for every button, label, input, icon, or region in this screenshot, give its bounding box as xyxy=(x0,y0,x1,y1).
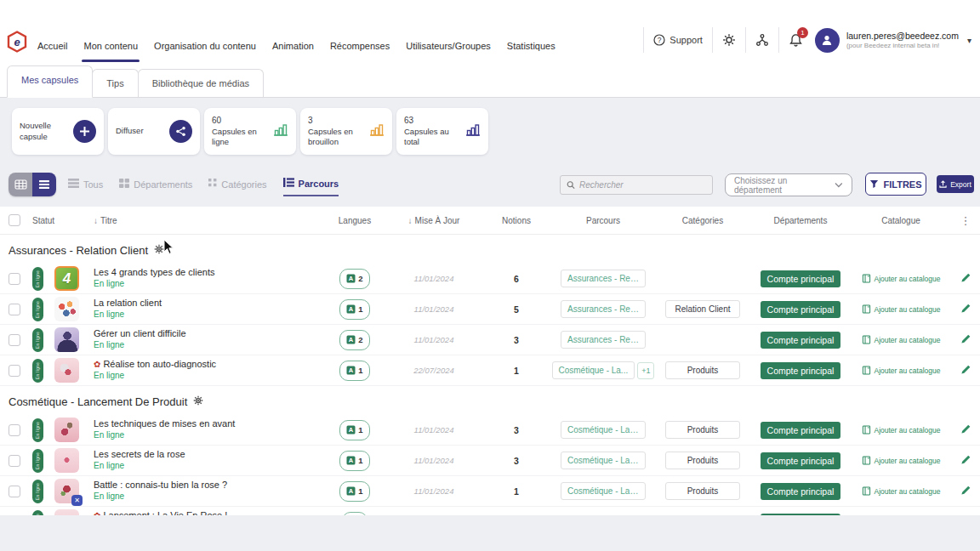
support-button[interactable]: ? Support xyxy=(653,34,703,46)
stat-card-2[interactable]: 63Capsules au total xyxy=(396,108,488,155)
nav-item-1[interactable]: Mon contenu xyxy=(83,41,138,53)
category-chip[interactable]: Produits xyxy=(665,361,740,379)
header-checkbox[interactable] xyxy=(9,214,20,226)
search-box[interactable] xyxy=(560,175,713,195)
department-badge[interactable]: Compte principal xyxy=(761,483,841,500)
capsule-title[interactable]: Les 4 grands types de clients xyxy=(94,267,323,279)
languages-badge[interactable]: A1 xyxy=(339,481,369,502)
list-view-icon[interactable] xyxy=(32,173,56,196)
view-filter-tous[interactable]: Tous xyxy=(68,178,103,196)
capsule-thumbnail[interactable] xyxy=(54,358,79,383)
group-settings-button[interactable] xyxy=(193,394,203,409)
parcours-chip[interactable]: Cosmétique - Lance... xyxy=(561,482,646,500)
edit-button[interactable] xyxy=(960,302,971,316)
row-checkbox[interactable] xyxy=(9,304,20,315)
col-langues[interactable]: Langues xyxy=(323,216,386,225)
nav-item-4[interactable]: Récompenses xyxy=(330,41,390,53)
parcours-chip[interactable]: Assurances - Relatio... xyxy=(561,270,646,287)
row-checkbox[interactable] xyxy=(9,486,20,497)
department-badge[interactable]: Compte principal xyxy=(761,362,841,379)
stat-card-0[interactable]: 60Capsules en ligne xyxy=(204,108,296,155)
col-parcours[interactable]: Parcours xyxy=(551,216,655,225)
search-input[interactable] xyxy=(579,180,706,190)
nav-item-0[interactable]: Accueil xyxy=(37,41,67,53)
tab-0[interactable]: Mes capsules xyxy=(7,65,93,98)
parcours-chip[interactable]: Cosmétique - La... xyxy=(552,361,635,379)
languages-badge[interactable]: A1 xyxy=(339,451,369,471)
row-checkbox[interactable] xyxy=(9,273,20,285)
edit-button[interactable] xyxy=(960,332,971,347)
col-titre[interactable]: ↓Titre xyxy=(94,216,323,225)
department-select[interactable]: Choisissez un département xyxy=(725,173,852,196)
languages-badge[interactable]: A1 xyxy=(339,299,369,320)
add-to-catalog-button[interactable]: Ajouter au catalogue xyxy=(862,456,941,467)
user-block[interactable]: lauren.peres@beedeez.com (pour Beedeez i… xyxy=(846,31,959,49)
add-to-catalog-button[interactable]: Ajouter au catalogue xyxy=(862,486,941,497)
capsule-title[interactable]: ✿Lancement : La Vie En Rose ! xyxy=(94,510,323,515)
category-chip[interactable]: Produits xyxy=(665,452,740,469)
notifications-button[interactable]: 1 xyxy=(789,33,803,48)
integrations-button[interactable] xyxy=(755,33,769,47)
view-filter-parcours[interactable]: Parcours xyxy=(283,178,339,196)
capsule-thumbnail[interactable] xyxy=(54,327,79,352)
export-button[interactable]: Export xyxy=(937,175,974,193)
nav-item-5[interactable]: Utilisateurs/Groupes xyxy=(406,41,491,53)
capsule-title[interactable]: ✿Réalise ton auto-diagnostic xyxy=(94,359,323,371)
capsule-thumbnail[interactable]: 4 xyxy=(54,266,79,291)
edit-button[interactable] xyxy=(960,363,971,378)
column-options-button[interactable]: ⋮ xyxy=(951,214,980,227)
capsule-thumbnail[interactable] xyxy=(54,448,79,473)
capsule-thumbnail[interactable] xyxy=(54,418,79,442)
languages-badge[interactable]: A xyxy=(342,512,368,516)
capsule-thumbnail[interactable]: ✕ xyxy=(54,479,79,503)
row-checkbox[interactable] xyxy=(9,455,20,467)
category-chip[interactable]: Relation Client xyxy=(665,300,740,318)
capsule-title[interactable]: Les techniques de mises en avant xyxy=(94,418,323,430)
edit-button[interactable] xyxy=(960,514,971,516)
parcours-chip[interactable]: Cosmétique - Lance... xyxy=(561,452,646,469)
edit-button[interactable] xyxy=(960,453,971,468)
capsule-title[interactable]: Gérer un client difficile xyxy=(94,328,323,340)
col-mise-a-jour[interactable]: ↓Mise À Jour xyxy=(386,216,481,225)
view-filter-categories[interactable]: Catégories xyxy=(208,178,266,196)
capsule-thumbnail[interactable] xyxy=(54,509,79,515)
languages-badge[interactable]: A1 xyxy=(339,361,369,381)
department-badge[interactable]: Compte principal xyxy=(761,332,841,349)
group-settings-button[interactable] xyxy=(154,242,164,258)
col-departements[interactable]: Départements xyxy=(750,216,851,225)
view-mode-toggle[interactable] xyxy=(9,173,56,196)
department-badge[interactable]: Compte principal xyxy=(761,514,841,516)
chevron-down-icon[interactable]: ▾ xyxy=(967,36,971,45)
capsule-title[interactable]: Battle : connais-tu bien la rose ? xyxy=(94,480,323,491)
languages-badge[interactable]: A2 xyxy=(339,269,369,289)
capsule-thumbnail[interactable] xyxy=(54,297,79,321)
category-chip[interactable]: Produits xyxy=(665,482,740,500)
col-notions[interactable]: Notions xyxy=(481,216,551,225)
grid-view-icon[interactable] xyxy=(9,173,32,196)
stat-card-1[interactable]: 3Capsules en brouillon xyxy=(300,108,392,155)
edit-button[interactable] xyxy=(960,271,971,286)
action-card-1[interactable]: Diffuser xyxy=(108,108,200,155)
tab-2[interactable]: Bibliothèque de médias xyxy=(138,69,264,97)
col-statut[interactable]: Statut xyxy=(32,216,54,225)
add-to-catalog-button[interactable]: Ajouter au catalogue xyxy=(862,304,941,315)
row-checkbox[interactable] xyxy=(9,365,20,377)
capsule-title[interactable]: La relation client xyxy=(94,298,323,310)
add-to-catalog-button[interactable]: Ajouter au catalogue xyxy=(862,274,941,285)
department-badge[interactable]: Compte principal xyxy=(761,422,841,439)
row-checkbox[interactable] xyxy=(9,334,20,346)
languages-badge[interactable]: A2 xyxy=(339,330,369,350)
avatar[interactable] xyxy=(815,28,840,53)
nav-item-2[interactable]: Organisation du contenu xyxy=(154,41,256,53)
department-badge[interactable]: Compte principal xyxy=(761,301,841,318)
filters-button[interactable]: FILTRES xyxy=(865,173,926,196)
department-badge[interactable]: Compte principal xyxy=(761,270,841,287)
edit-button[interactable] xyxy=(960,484,971,498)
add-to-catalog-button[interactable]: Ajouter au catalogue xyxy=(862,335,941,346)
row-checkbox[interactable] xyxy=(9,424,20,436)
tab-1[interactable]: Tips xyxy=(92,69,138,97)
col-categories[interactable]: Catégories xyxy=(655,216,750,225)
add-to-catalog-button[interactable]: Ajouter au catalogue xyxy=(862,366,941,377)
view-filter-departements[interactable]: Départements xyxy=(119,178,192,196)
settings-gear-button[interactable] xyxy=(722,33,736,47)
